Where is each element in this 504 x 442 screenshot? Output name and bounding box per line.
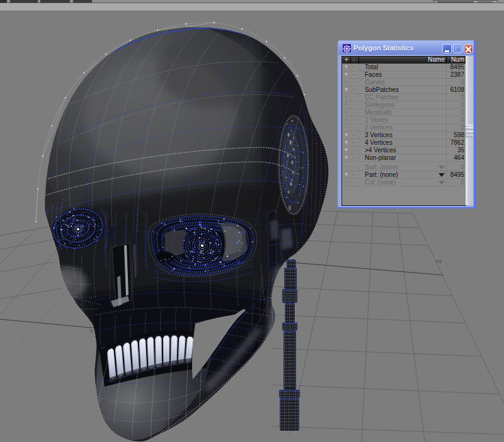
svg-text:+x: +x bbox=[435, 258, 442, 264]
svg-text:z: z bbox=[90, 328, 93, 334]
